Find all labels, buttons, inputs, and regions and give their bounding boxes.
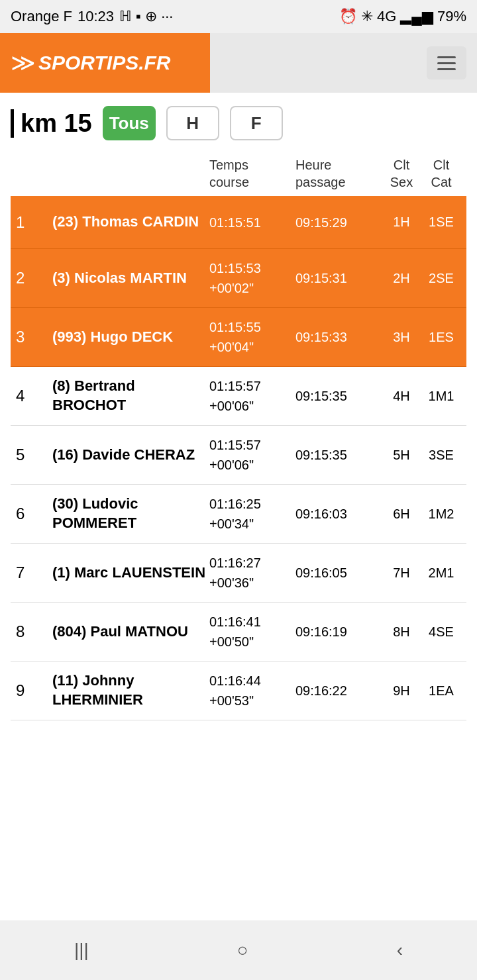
heure-cell: 09:15:35 xyxy=(295,386,382,406)
table-row[interactable]: 9 (11) Johnny LHERMINIER 01:16:44+00'53"… xyxy=(11,662,466,720)
clt-cat-cell: 1M1 xyxy=(421,389,461,404)
clt-cat-cell: 2SE xyxy=(421,271,461,286)
bluetooth-icon: ✳ xyxy=(361,8,373,25)
col-heure-header: Heure passage xyxy=(295,156,382,191)
heure-cell: 09:16:22 xyxy=(295,681,382,701)
clt-sex-cell: 1H xyxy=(382,215,421,230)
network-icon: 4G xyxy=(377,8,396,25)
rank-cell: 7 xyxy=(16,564,52,582)
filter-h-button[interactable]: H xyxy=(166,106,219,140)
name-cell: (16) Davide CHERAZ xyxy=(52,446,209,465)
table-row[interactable]: 8 (804) Paul MATNOU 01:16:41+00'50" 09:1… xyxy=(11,603,466,662)
clt-cat-cell: 4SE xyxy=(421,624,461,640)
rank-cell: 8 xyxy=(16,622,52,641)
clt-cat-cell: 3SE xyxy=(421,448,461,463)
clt-sex-cell: 4H xyxy=(382,389,421,404)
menu-line-1 xyxy=(437,56,456,58)
clt-sex-cell: 7H xyxy=(382,565,421,581)
nav-home-button[interactable]: ○ xyxy=(217,933,268,967)
status-bar: Orange F 10:23 ℍ ▪ ⊕ ··· ⏰ ✳ 4G ▂▄▆ 79% xyxy=(0,0,477,33)
name-cell: (11) Johnny LHERMINIER xyxy=(52,671,209,709)
menu-button[interactable] xyxy=(427,46,466,79)
menu-line-2 xyxy=(437,62,456,64)
clt-cat-cell: 2M1 xyxy=(421,565,461,581)
name-cell: (804) Paul MATNOU xyxy=(52,622,209,642)
col-name-header xyxy=(52,156,209,191)
menu-line-3 xyxy=(437,68,456,70)
heure-cell: 09:15:29 xyxy=(295,213,382,232)
temps-cell: 01:15:51 xyxy=(209,213,295,232)
main-content: km 15 Tous H F Temps course Heure passag… xyxy=(0,93,477,980)
table-row[interactable]: 6 (30) Ludovic POMMERET 01:16:25+00'34" … xyxy=(11,485,466,544)
rank-cell: 5 xyxy=(16,446,52,464)
heure-cell: 09:16:19 xyxy=(295,622,382,642)
results-table: 1 (23) Thomas CARDIN 01:15:51 09:15:29 1… xyxy=(11,196,466,720)
filter-row: km 15 Tous H F xyxy=(11,106,466,140)
clt-sex-cell: 9H xyxy=(382,683,421,699)
temps-cell: 01:15:57+00'06" xyxy=(209,435,295,475)
rank-cell: 1 xyxy=(16,213,52,232)
table-row[interactable]: 5 (16) Davide CHERAZ 01:15:57+00'06" 09:… xyxy=(11,426,466,485)
temps-cell: 01:16:25+00'34" xyxy=(209,494,295,534)
rank-cell: 6 xyxy=(16,505,52,523)
table-row[interactable]: 1 (23) Thomas CARDIN 01:15:51 09:15:29 1… xyxy=(11,196,466,249)
filter-f-button[interactable]: F xyxy=(230,106,283,140)
col-clt-sex-header: Clt Sex xyxy=(382,156,421,191)
temps-cell: 01:16:27+00'36" xyxy=(209,553,295,593)
col-rank-header xyxy=(16,156,52,191)
nav-bar: ||| ○ ‹ xyxy=(0,920,477,980)
temps-cell: 01:15:53+00'02" xyxy=(209,258,295,298)
temps-cell: 01:16:41+00'50" xyxy=(209,612,295,652)
name-cell: (30) Ludovic POMMERET xyxy=(52,495,209,532)
col-temps-header: Temps course xyxy=(209,156,295,191)
app-header: ≫ SPORTIPS.FR xyxy=(0,33,477,93)
nav-recent-button[interactable]: ||| xyxy=(54,933,109,967)
clt-cat-cell: 1SE xyxy=(421,215,461,230)
nav-back-button[interactable]: ‹ xyxy=(377,933,423,967)
rank-cell: 3 xyxy=(16,328,52,346)
name-cell: (993) Hugo DECK xyxy=(52,328,209,347)
signal-bar-icon: ▂▄▆ xyxy=(400,8,433,25)
km-label: km 15 xyxy=(11,109,92,138)
time-text: 10:23 xyxy=(78,8,114,25)
clt-cat-cell: 1M2 xyxy=(421,507,461,522)
clt-sex-cell: 8H xyxy=(382,624,421,640)
clt-cat-cell: 1EA xyxy=(421,683,461,699)
col-clt-cat-header: Clt Cat xyxy=(421,156,461,191)
name-cell: (23) Thomas CARDIN xyxy=(52,213,209,232)
signal-icons: ℍ ▪ ⊕ ··· xyxy=(119,8,173,25)
table-header: Temps course Heure passage Clt Sex Clt C… xyxy=(11,154,466,196)
table-row[interactable]: 4 (8) Bertrand BROCHOT 01:15:57+00'06" 0… xyxy=(11,367,466,426)
table-row[interactable]: 7 (1) Marc LAUENSTEIN 01:16:27+00'36" 09… xyxy=(11,544,466,603)
filter-tous-button[interactable]: Tous xyxy=(103,106,156,140)
temps-cell: 01:16:44+00'53" xyxy=(209,671,295,710)
table-row[interactable]: 2 (3) Nicolas MARTIN 01:15:53+00'02" 09:… xyxy=(11,249,466,308)
rank-cell: 2 xyxy=(16,269,52,287)
table-row[interactable]: 3 (993) Hugo DECK 01:15:55+00'04" 09:15:… xyxy=(11,308,466,367)
temps-cell: 01:15:57+00'06" xyxy=(209,376,295,416)
clt-sex-cell: 6H xyxy=(382,507,421,522)
heure-cell: 09:15:35 xyxy=(295,445,382,465)
rank-cell: 9 xyxy=(16,681,52,700)
logo-text: SPORTIPS.FR xyxy=(38,52,170,74)
temps-cell: 01:15:55+00'04" xyxy=(209,317,295,357)
name-cell: (8) Bertrand BROCHOT xyxy=(52,377,209,415)
logo-icon: ≫ xyxy=(11,49,36,77)
heure-cell: 09:15:33 xyxy=(295,327,382,347)
alarm-icon: ⏰ xyxy=(339,8,357,25)
logo-area: ≫ SPORTIPS.FR xyxy=(11,49,170,77)
clt-sex-cell: 3H xyxy=(382,330,421,345)
heure-cell: 09:15:31 xyxy=(295,268,382,288)
rank-cell: 4 xyxy=(16,387,52,405)
clt-sex-cell: 5H xyxy=(382,448,421,463)
status-left: Orange F 10:23 ℍ ▪ ⊕ ··· xyxy=(11,8,173,25)
clt-cat-cell: 1ES xyxy=(421,330,461,345)
status-right: ⏰ ✳ 4G ▂▄▆ 79% xyxy=(339,8,466,25)
heure-cell: 09:16:05 xyxy=(295,563,382,583)
battery-text: 79% xyxy=(437,8,466,25)
heure-cell: 09:16:03 xyxy=(295,504,382,524)
name-cell: (3) Nicolas MARTIN xyxy=(52,269,209,288)
name-cell: (1) Marc LAUENSTEIN xyxy=(52,564,209,583)
clt-sex-cell: 2H xyxy=(382,271,421,286)
carrier-text: Orange F xyxy=(11,8,72,25)
